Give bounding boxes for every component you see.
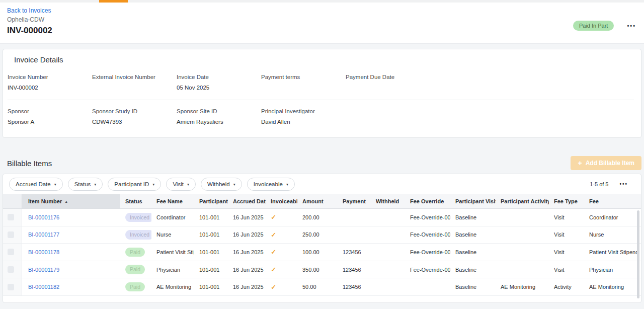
- fee-cell: Patient Visit Stipend: [584, 244, 641, 261]
- row-checkbox[interactable]: [8, 284, 14, 290]
- status-pill: Paid: [125, 248, 145, 257]
- field-invoice-number: Invoice Number INV-000002: [8, 74, 92, 91]
- invoiceable-check-icon: ✓: [271, 283, 276, 291]
- chevron-down-icon: ▾: [94, 182, 96, 187]
- header-checkbox-cell: [3, 194, 22, 208]
- participant-cell: 101-001: [194, 278, 228, 295]
- table-row: BI-00001177 Invoiced Nurse 101-001 16 Ju…: [3, 226, 641, 244]
- grid-header-row: Item Number ▲ Status Fee Name Participan…: [3, 194, 641, 209]
- chevron-down-icon: ▾: [54, 182, 56, 187]
- item-number-link[interactable]: BI-00001178: [28, 249, 59, 255]
- column-header-amount[interactable]: Amount: [297, 194, 338, 208]
- sort-ascending-icon: ▲: [64, 200, 68, 203]
- status-badge: Paid In Part: [573, 21, 614, 31]
- fee-type-cell: Visit: [549, 261, 584, 278]
- participant-activity-cell: [496, 244, 549, 261]
- fee-override-cell: Fee-Override-00116: [405, 261, 450, 278]
- column-header-fee-type[interactable]: Fee Type: [549, 194, 584, 208]
- fee-cell: Nurse: [584, 226, 641, 244]
- fee-name-cell: Nurse: [151, 226, 194, 244]
- filter-status[interactable]: Status ▾: [68, 178, 103, 191]
- participant-activity-cell: AE Monitoring: [496, 278, 549, 295]
- grid-ellipsis-menu-icon[interactable]: •••: [619, 182, 628, 187]
- payment-cell: 123456: [338, 261, 371, 278]
- withheld-cell: [371, 261, 405, 278]
- row-checkbox[interactable]: [8, 231, 14, 238]
- filter-invoiceable[interactable]: Invoiceable ▾: [247, 178, 295, 191]
- field-payment-terms: Payment terms: [261, 74, 346, 91]
- invoice-details-card: Invoice Details Invoice Number INV-00000…: [3, 49, 641, 138]
- status-pill: Paid: [125, 265, 145, 274]
- chevron-down-icon: ▾: [286, 182, 288, 187]
- participant-cell: 101-001: [194, 261, 228, 278]
- back-to-invoices-link[interactable]: Back to Invoices: [7, 7, 51, 14]
- row-checkbox[interactable]: [8, 249, 14, 255]
- participant-cell: 101-001: [194, 209, 228, 226]
- column-header-invoiceable[interactable]: Invoiceable: [266, 194, 297, 208]
- column-header-participant-activity[interactable]: Participant Activity: [496, 194, 549, 208]
- field-sponsor-study-id: Sponsor Study ID CDW47393: [92, 108, 177, 125]
- column-header-payment[interactable]: Payment: [338, 194, 371, 208]
- payment-cell: 123456: [338, 278, 371, 295]
- column-header-status[interactable]: Status: [120, 194, 151, 208]
- fee-type-cell: Visit: [549, 226, 584, 244]
- filter-accrued-date[interactable]: Accrued Date ▾: [9, 178, 63, 191]
- fee-name-cell: Physician: [151, 261, 194, 278]
- row-checkbox[interactable]: [8, 266, 14, 273]
- fee-type-cell: Visit: [549, 244, 584, 261]
- pagination-range: 1-5 of 5: [590, 181, 608, 187]
- header-ellipsis-menu-icon[interactable]: •••: [627, 23, 636, 29]
- details-divider: [8, 100, 634, 100]
- accrued-date-cell: 16 Jun 2025: [228, 226, 266, 244]
- status-pill: Invoiced: [125, 213, 151, 222]
- fee-type-cell: Activity: [549, 278, 584, 295]
- field-payment-due-date: Payment Due Date: [346, 74, 430, 91]
- chevron-down-icon: ▾: [187, 182, 189, 187]
- filter-participant-id[interactable]: Participant ID ▾: [108, 178, 161, 191]
- invoiceable-check-icon: ✓: [271, 266, 276, 273]
- filter-visit[interactable]: Visit ▾: [166, 178, 196, 191]
- accrued-date-cell: 16 Jun 2025: [228, 244, 266, 261]
- item-number-link[interactable]: BI-00001176: [28, 214, 59, 220]
- fee-override-cell: Fee-Override-00114: [405, 244, 450, 261]
- column-header-accrued-date[interactable]: Accrued Date: [228, 194, 266, 208]
- column-header-fee-name[interactable]: Fee Name: [151, 194, 194, 208]
- column-header-item-number[interactable]: Item Number ▲: [22, 194, 120, 208]
- invoice-details-row1: Invoice Number INV-000002 External Invoi…: [8, 74, 634, 91]
- fee-cell: Coordinator: [584, 209, 641, 226]
- field-principal-investigator: Principal Investigator David Allen: [261, 108, 346, 125]
- billable-items-grid: Item Number ▲ Status Fee Name Participan…: [3, 194, 641, 296]
- column-header-participant-visit[interactable]: Participant Visit: [450, 194, 496, 208]
- status-pill: Invoiced: [125, 230, 151, 240]
- column-header-participant[interactable]: Participant: [194, 194, 228, 208]
- participant-cell: 101-001: [194, 244, 228, 261]
- participant-cell: 101-001: [194, 226, 228, 244]
- participant-visit-cell: Baseline: [450, 209, 496, 226]
- chevron-down-icon: ▾: [233, 182, 235, 187]
- invoiceable-check-icon: ✓: [271, 213, 276, 221]
- accrued-date-cell: 16 Jun 2025: [228, 209, 266, 226]
- add-billable-item-button[interactable]: + Add Billable Item: [571, 156, 641, 170]
- column-header-fee[interactable]: Fee: [584, 194, 641, 208]
- filters-row: Accrued Date ▾ Status ▾ Participant ID ▾…: [3, 174, 641, 194]
- page-header: Back to Invoices Ophelia-CDW INV-000002 …: [0, 3, 644, 44]
- withheld-cell: [371, 244, 405, 261]
- amount-cell: 350.00: [297, 261, 338, 278]
- withheld-cell: [371, 209, 405, 226]
- column-header-withheld[interactable]: Withheld: [371, 194, 405, 208]
- filter-withheld[interactable]: Withheld ▾: [201, 178, 242, 191]
- status-pill: Paid: [125, 282, 145, 292]
- row-checkbox[interactable]: [8, 214, 14, 220]
- table-row: BI-00001178 Paid Patient Visit Stipend 1…: [3, 244, 641, 261]
- invoice-details-row2: Sponsor Sponsor A Sponsor Study ID CDW47…: [8, 108, 634, 125]
- vertical-scrollbar[interactable]: [637, 210, 639, 298]
- item-number-link[interactable]: BI-00001182: [28, 284, 59, 290]
- fee-type-cell: Visit: [549, 209, 584, 226]
- chevron-down-icon: ▾: [152, 182, 154, 187]
- billable-items-card: Accrued Date ▾ Status ▾ Participant ID ▾…: [3, 174, 641, 303]
- column-header-fee-override[interactable]: Fee Override: [405, 194, 450, 208]
- payment-cell: [338, 226, 371, 244]
- fee-override-cell: Fee-Override-00111: [405, 209, 450, 226]
- item-number-link[interactable]: BI-00001179: [28, 267, 59, 273]
- item-number-link[interactable]: BI-00001177: [28, 231, 59, 238]
